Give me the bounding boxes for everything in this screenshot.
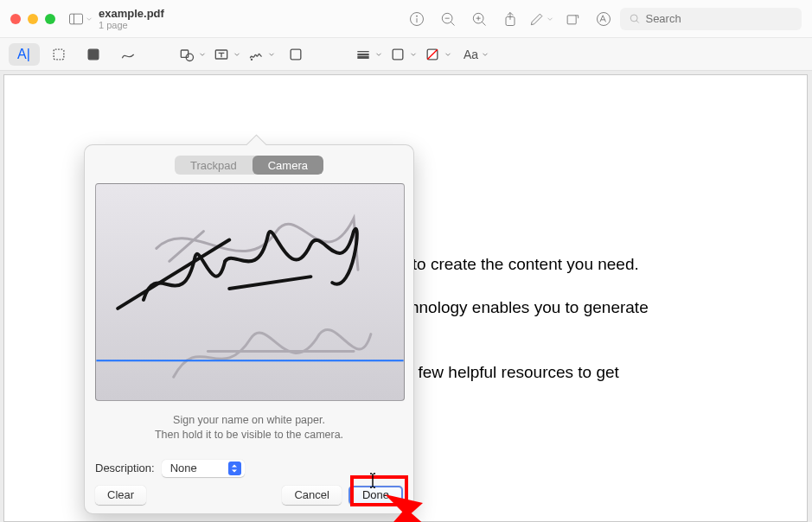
svg-rect-0 [70, 14, 83, 24]
zoom-out-button[interactable] [433, 7, 463, 31]
window-maximize-button[interactable] [45, 14, 55, 24]
sign-tool[interactable] [246, 43, 277, 66]
window-traffic-lights [10, 14, 55, 24]
zoom-in-button[interactable] [464, 7, 494, 31]
share-button[interactable] [496, 7, 525, 31]
description-value: None [170, 462, 197, 474]
done-button[interactable]: Done [348, 486, 403, 505]
redact-tool[interactable] [78, 43, 109, 66]
tab-camera[interactable]: Camera [253, 156, 323, 175]
tab-trackpad[interactable]: Trackpad [175, 156, 253, 175]
font-style-menu[interactable]: Aa [457, 43, 496, 66]
border-style-menu[interactable] [353, 43, 384, 66]
signature-popover: Trackpad Camera [84, 144, 414, 514]
svg-line-16 [636, 21, 639, 23]
highlight-button[interactable] [527, 7, 556, 31]
note-tool[interactable] [280, 43, 311, 66]
search-field[interactable] [620, 8, 802, 30]
area-select-tool[interactable] [43, 43, 74, 66]
window-minimize-button[interactable] [28, 14, 38, 24]
shapes-menu[interactable] [176, 43, 208, 66]
fill-color-menu[interactable] [422, 43, 453, 66]
svg-line-9 [482, 22, 485, 25]
sketch-tool[interactable] [112, 43, 144, 66]
window-close-button[interactable] [10, 14, 21, 24]
description-select[interactable]: None [162, 460, 245, 477]
search-input[interactable] [645, 12, 793, 25]
svg-rect-18 [88, 49, 99, 60]
markup-toggle-button[interactable] [589, 7, 618, 31]
info-button[interactable] [402, 7, 432, 31]
markup-toolbar: A| Aa [0, 38, 812, 71]
svg-point-15 [630, 15, 637, 22]
cancel-button[interactable]: Cancel [282, 486, 341, 505]
filename: example.pdf [99, 7, 164, 20]
svg-rect-13 [567, 15, 576, 23]
svg-point-4 [417, 16, 418, 16]
sidebar-toggle-button[interactable] [66, 7, 95, 31]
page-count: 1 page [99, 20, 164, 30]
title-bar: example.pdf 1 page [0, 0, 812, 38]
rotate-button[interactable] [558, 7, 587, 31]
svg-line-6 [451, 22, 454, 25]
svg-rect-19 [181, 50, 188, 57]
svg-rect-27 [393, 49, 403, 60]
svg-rect-17 [54, 49, 64, 60]
signature-source-segmented-control[interactable]: Trackpad Camera [175, 156, 323, 175]
clear-button[interactable]: Clear [95, 486, 146, 505]
textbox-tool[interactable] [211, 43, 242, 66]
svg-point-14 [598, 12, 611, 25]
text-select-tool[interactable]: A| [9, 43, 40, 66]
camera-preview [95, 183, 405, 401]
description-label: Description: [95, 462, 155, 474]
popup-arrows-icon [228, 462, 241, 475]
signature-instruction: Sign your name on white paper. Then hold… [95, 413, 403, 442]
border-color-menu[interactable] [387, 43, 419, 66]
document-title: example.pdf 1 page [99, 7, 164, 30]
svg-rect-23 [291, 49, 301, 60]
svg-point-22 [251, 59, 252, 60]
content-area: on Email d content generation tool! We a… [0, 71, 812, 522]
